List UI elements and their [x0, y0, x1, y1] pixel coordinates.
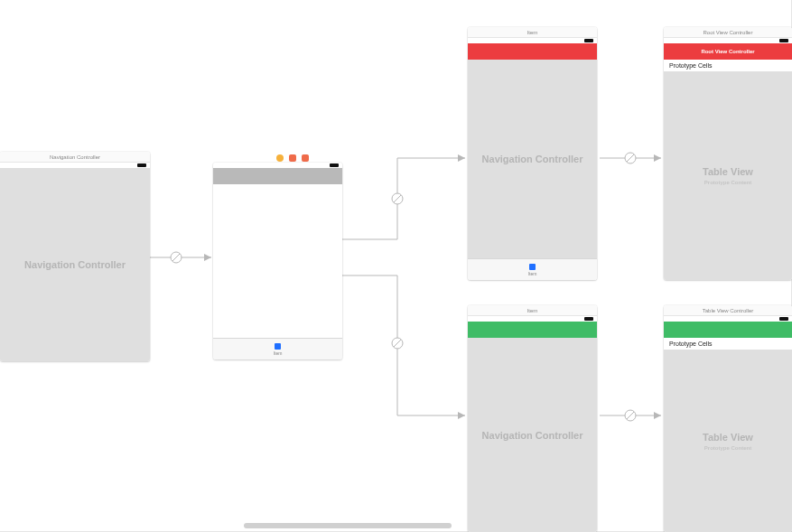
table-view-label: Table View [664, 166, 792, 177]
nav-controller-label: Navigation Controller [468, 154, 597, 164]
status-bar [664, 38, 792, 43]
svg-marker-0 [204, 254, 211, 261]
tab-item-icon [529, 264, 536, 270]
navigation-bar-title: Root View Controller [664, 43, 792, 60]
svg-line-14 [627, 412, 634, 419]
scene-nav-controller-green[interactable]: Item Navigation Controller [468, 305, 597, 532]
tab-bar[interactable]: Item [213, 338, 342, 359]
tab-item-label: Item [274, 350, 283, 356]
horizontal-scrollbar[interactable] [244, 523, 452, 528]
svg-marker-3 [458, 154, 465, 162]
svg-point-4 [392, 193, 403, 204]
storyboard-reference-icon [302, 154, 309, 162]
navigation-bar: Root View Controller [664, 43, 792, 60]
scene-body: Navigation Controller [468, 338, 597, 532]
table-view-body[interactable]: Table View Prototype Content [664, 350, 792, 532]
tab-bar[interactable]: Item [468, 258, 597, 280]
first-responder-icon [276, 154, 284, 162]
tab-item-label: Item [528, 271, 537, 276]
status-bar [664, 316, 792, 322]
navigation-bar [468, 43, 597, 60]
prototype-cells-section[interactable]: Prototype Cells [664, 60, 792, 72]
prototype-content-label: Prototype Content [664, 445, 792, 451]
scene-nav-controller-initial[interactable]: Navigation Controller Navigation Control… [0, 152, 150, 361]
prototype-content-label: Prototype Content [664, 180, 792, 185]
scene-header: Item [468, 27, 597, 38]
svg-line-8 [394, 340, 401, 347]
navigation-bar [664, 322, 792, 338]
svg-marker-12 [654, 412, 661, 419]
navigation-bar [213, 168, 342, 184]
svg-line-11 [627, 154, 634, 162]
svg-line-5 [394, 195, 401, 202]
scene-body [213, 184, 342, 338]
nav-controller-label: Navigation Controller [468, 430, 597, 441]
scene-table-view-controller-green[interactable]: Table View Controller Prototype Cells Ta… [664, 305, 792, 532]
scene-header: Item [468, 305, 597, 316]
svg-point-10 [625, 153, 636, 163]
scene-nav-controller-red[interactable]: Item Navigation Controller Item [468, 27, 597, 280]
storyboard-canvas[interactable]: Navigation Controller Navigation Control… [0, 0, 792, 532]
svg-line-2 [172, 254, 180, 261]
scene-header: Navigation Controller [0, 152, 150, 163]
table-view-label: Table View [664, 432, 792, 443]
status-bar [468, 38, 597, 43]
svg-point-13 [625, 410, 636, 421]
scene-root-view-controller-red[interactable]: Root View Controller Root View Controlle… [664, 27, 792, 280]
svg-point-7 [392, 338, 403, 349]
svg-point-1 [171, 252, 182, 263]
svg-marker-9 [654, 154, 661, 162]
prototype-cells-section[interactable]: Prototype Cells [664, 338, 792, 350]
status-bar [213, 163, 342, 168]
status-bar [468, 316, 597, 322]
table-view-body[interactable]: Table View Prototype Content [664, 72, 792, 280]
nav-controller-label: Navigation Controller [0, 259, 150, 270]
scene-header: Root View Controller [664, 27, 792, 38]
scene-body: Navigation Controller [468, 60, 597, 258]
scene-body: Navigation Controller [0, 168, 150, 361]
scene-header: Table View Controller [664, 305, 792, 316]
scene-tabbar-controller[interactable]: Item [213, 163, 342, 359]
svg-marker-6 [458, 412, 465, 419]
navigation-bar [468, 322, 597, 338]
scene-object-icons [276, 154, 309, 162]
exit-icon [289, 154, 296, 162]
tab-item-icon [275, 343, 281, 350]
